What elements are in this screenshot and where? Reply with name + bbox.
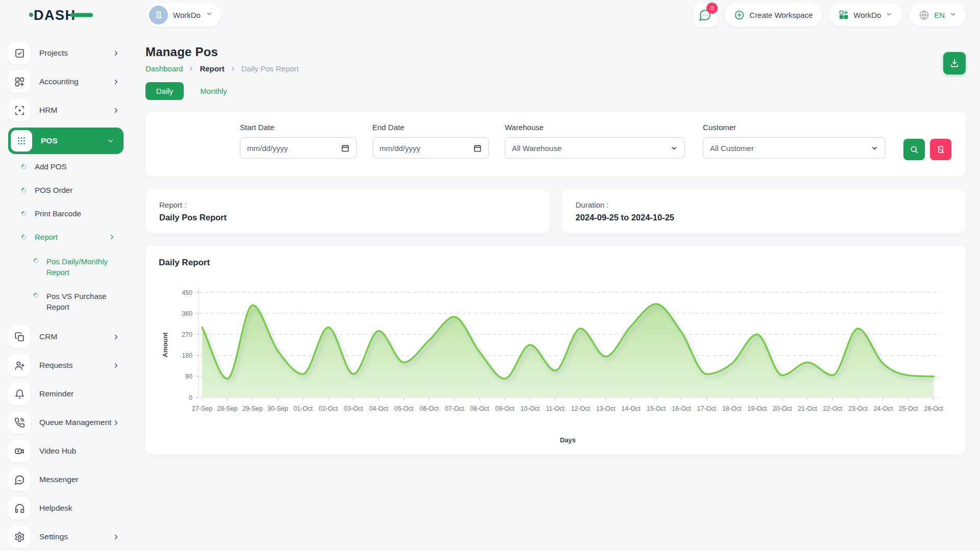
svg-text:14-Oct: 14-Oct (621, 405, 641, 412)
report-value: Daily Pos Report (159, 213, 536, 222)
sidebar-subitem-pos-order[interactable]: POS Order (21, 186, 131, 194)
workspace-grid-plus-icon (839, 10, 849, 20)
hrm-focus-icon (8, 99, 31, 121)
sidebar-item-hrm[interactable]: HRM (8, 99, 131, 121)
chevron-right-icon (112, 533, 120, 541)
sidebar-item-messenger[interactable]: Messenger (8, 468, 131, 491)
svg-text:10-Oct: 10-Oct (521, 405, 540, 412)
page-title: Manage Pos (145, 45, 966, 59)
calendar-icon (473, 144, 482, 153)
svg-text:22-Oct: 22-Oct (823, 405, 843, 412)
sidebar-item-label: Queue Management (39, 418, 111, 427)
download-report-button[interactable] (943, 52, 966, 74)
breadcrumb-dashboard-link[interactable]: Dashboard (145, 64, 183, 73)
svg-text:25-Oct: 25-Oct (899, 405, 918, 412)
sidebar-subitem-report[interactable]: Report (21, 233, 131, 241)
tab-daily[interactable]: Daily (145, 82, 184, 100)
breadcrumb-current: Daily Pos Report (241, 64, 299, 73)
summary-row: Report : Daily Pos Report Duration : 202… (145, 190, 966, 233)
bullet-donut-icon (33, 292, 40, 299)
workspace-menu-button[interactable]: WorkDo (829, 3, 902, 27)
sidebar-item-reminder[interactable]: Reminder (8, 383, 131, 405)
sidebar-item-settings[interactable]: Settings (8, 525, 131, 548)
tab-monthly[interactable]: Monthly (191, 82, 236, 100)
logo-text: DASH (34, 8, 76, 23)
sidebar-subitem-print-barcode[interactable]: Print Barcode (21, 209, 131, 218)
svg-text:29-Sep: 29-Sep (242, 405, 263, 412)
messages-button[interactable]: 0 (693, 3, 717, 27)
customer-field: Customer All Customer (703, 123, 886, 159)
apply-filter-button[interactable] (903, 139, 925, 160)
duration-label: Duration : (576, 201, 952, 209)
sidebar-subsubitem-pos-vs-purchase-report[interactable]: Pos VS Purchase Report (34, 291, 128, 312)
svg-text:21-Oct: 21-Oct (798, 405, 817, 412)
end-date-input[interactable]: mm/dd/yyyy (373, 137, 489, 159)
bullet-donut-icon (20, 210, 28, 217)
top-bar-actions: 0 Create Workspace WorkDo (693, 3, 966, 27)
customer-select[interactable]: All Customer (703, 137, 886, 159)
svg-text:Days: Days (560, 436, 576, 444)
report-summary-card: Report : Daily Pos Report (145, 190, 550, 233)
sidebar-item-requests[interactable]: Requests (8, 354, 131, 377)
sidebar-item-pos[interactable]: POS (8, 128, 124, 154)
warehouse-select[interactable]: All Warehouse (505, 137, 685, 159)
download-icon (949, 58, 960, 68)
helpdesk-headset-icon (8, 497, 31, 519)
svg-text:18-Oct: 18-Oct (722, 405, 742, 412)
svg-text:23-Oct: 23-Oct (848, 405, 868, 412)
messages-count-badge: 0 (706, 3, 718, 14)
workspace-selector[interactable]: WorkDo (146, 3, 221, 27)
queue-phone-icon (8, 411, 31, 434)
calendar-icon (341, 144, 350, 153)
sidebar-subsubitem-label: Pos Daily/Monthly Report (46, 256, 128, 278)
sidebar-item-label: Video Hub (39, 446, 76, 456)
language-selector[interactable]: EN (910, 3, 966, 27)
svg-text:07-Oct: 07-Oct (445, 405, 464, 412)
duration-summary-card: Duration : 2024-09-25 to 2024-10-25 (562, 190, 966, 233)
filter-card: Start Date mm/dd/yyyy End Date mm/dd/yyy… (145, 112, 966, 177)
breadcrumb-report-link[interactable]: Report (200, 64, 224, 73)
sidebar-subitem-add-pos[interactable]: Add POS (21, 162, 131, 171)
sidebar-item-queue-management[interactable]: Queue Management (8, 411, 131, 434)
reminder-bell-icon (8, 383, 31, 405)
start-date-placeholder: mm/dd/yyyy (247, 144, 288, 153)
sidebar-subitem-label: Report (35, 233, 58, 241)
svg-text:19-Oct: 19-Oct (747, 405, 767, 412)
bullet-donut-icon (33, 257, 40, 264)
globe-icon (919, 10, 929, 20)
svg-text:15-Oct: 15-Oct (647, 405, 666, 412)
sidebar-item-accounting[interactable]: Accounting (8, 70, 131, 93)
svg-text:11-Oct: 11-Oct (546, 405, 565, 412)
svg-text:05-Oct: 05-Oct (395, 405, 414, 412)
sidebar-item-projects[interactable]: Projects (8, 42, 131, 64)
brand-logo[interactable]: DASH (0, 5, 131, 24)
app-root: DASH WorkDo 0 (0, 0, 980, 551)
start-date-label: Start Date (240, 123, 357, 132)
language-code: EN (934, 11, 945, 19)
start-date-input[interactable]: mm/dd/yyyy (240, 137, 357, 159)
sidebar-item-crm[interactable]: CRM (8, 325, 131, 348)
filter-actions (903, 139, 951, 160)
svg-text:24-Oct: 24-Oct (873, 405, 893, 412)
svg-text:Amount: Amount (161, 332, 169, 358)
dash-logo-graphic: DASH (29, 5, 94, 24)
create-workspace-button[interactable]: Create Workspace (725, 3, 822, 27)
workspace-name: WorkDo (173, 11, 201, 19)
sidebar-item-helpdesk[interactable]: Helpdesk (8, 497, 131, 519)
accounting-grid-plus-icon (8, 70, 31, 93)
sidebar-subitem-label: Print Barcode (35, 209, 81, 218)
sidebar-subsubitem-pos-daily-monthly-report[interactable]: Pos Daily/Monthly Report (34, 256, 128, 278)
sidebar-item-label: CRM (39, 332, 57, 341)
requests-user-plus-icon (8, 354, 31, 377)
sidebar-item-video-hub[interactable]: Video Hub (8, 440, 131, 462)
reset-filter-button[interactable] (930, 139, 951, 160)
svg-text:03-Oct: 03-Oct (344, 405, 363, 412)
sidebar-item-label: Requests (39, 361, 72, 370)
svg-text:27-Sep: 27-Sep (192, 405, 212, 412)
chevron-right-icon (112, 107, 120, 114)
chart-title: Daily Report (159, 258, 952, 268)
svg-text:30-Sep: 30-Sep (267, 405, 288, 412)
sidebar-item-label: Helpdesk (39, 504, 72, 513)
plus-circle-icon (734, 10, 745, 20)
svg-text:20-Oct: 20-Oct (773, 405, 792, 412)
